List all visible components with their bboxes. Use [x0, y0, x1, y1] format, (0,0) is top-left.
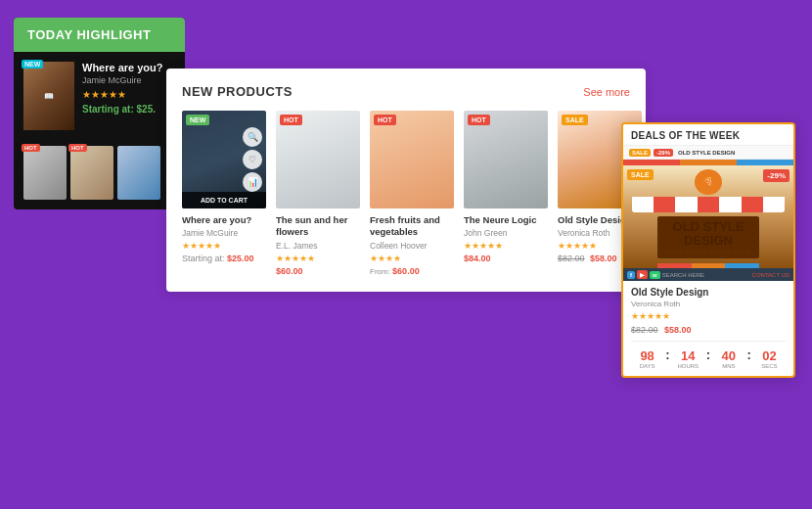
new-badge: NEW	[22, 60, 43, 69]
deals-main-title: OLD STYLEDESIGN	[665, 220, 750, 249]
awning-stripe-1	[632, 197, 654, 212]
countdown-days-label: DAYS	[631, 363, 663, 369]
awning-stripe-4	[698, 197, 719, 212]
product-cover-3	[370, 111, 454, 208]
highlight-thumbnails: HOT HOT ›	[14, 140, 185, 209]
awning-stripe-3	[675, 197, 697, 212]
countdown-sep-3: :	[746, 347, 750, 370]
price-from-label-3: From:	[370, 267, 392, 276]
countdown-sep-1: :	[665, 347, 669, 370]
product-price-2: $60.00	[276, 266, 360, 276]
countdown-mins-label: MNS	[712, 363, 744, 369]
countdown-mins-num: 40	[712, 348, 744, 363]
deals-product-price: $82.00 $58.00	[631, 325, 786, 335]
new-products-list: NEW 🔍 ♡ 📊 ADD TO CART Where are you? Jam…	[182, 111, 630, 276]
price-original-5: $82.00	[558, 254, 585, 263]
countdown-timer: 98 DAYS : 14 HOURS : 40 MNS : 02 SECS	[631, 341, 786, 370]
product-cover-2	[276, 111, 360, 208]
inner-stripe-bar	[657, 263, 759, 268]
countdown-secs-num: 02	[753, 348, 786, 363]
deals-logo: 🍕	[695, 169, 722, 195]
thumbnail-2[interactable]: HOT	[70, 146, 113, 200]
countdown-secs-label: SECS	[753, 363, 786, 369]
highlight-main-image: 📖 NEW	[23, 62, 74, 130]
today-highlight-title: TODAY HIGHLIGHT	[27, 27, 151, 42]
countdown-mins: 40 MNS	[712, 348, 744, 369]
product-image-2: HOT	[276, 111, 360, 208]
product-image-4: HOT	[464, 111, 548, 208]
add-to-cart-btn-1[interactable]: ADD TO CART	[182, 192, 266, 208]
highlight-stars: ★★★★★	[82, 89, 175, 100]
social-search-text: SEARCH HERE	[662, 272, 750, 278]
highlight-book-title: Where are you?	[82, 62, 175, 73]
inner-stripe-1	[657, 263, 692, 268]
book-cover-art: 📖	[23, 62, 74, 130]
product-badge-hot-3: HOT	[374, 115, 396, 125]
inner-stripe-3	[725, 263, 759, 268]
new-products-panel: NEW PRODUCTS See more NEW 🔍 ♡ 📊 ADD TO C…	[166, 69, 646, 292]
product-stars-2: ★★★★★	[276, 254, 360, 263]
highlight-main-info: Where are you? Jamie McGuire ★★★★★ Start…	[82, 62, 175, 115]
price-label-1: Starting at:	[182, 254, 227, 263]
today-highlight-panel: TODAY HIGHLIGHT 📖 NEW Where are you? Jam…	[14, 18, 185, 209]
countdown-sep-2: :	[706, 347, 710, 370]
price-value-5: $58.00	[590, 254, 617, 263]
deals-panel: DEALS OF THE WEEK SALE -29% OLD STYLE DE…	[621, 122, 795, 378]
deals-product-info: Old Style Design Veronica Roth ★★★★★ $82…	[623, 281, 793, 376]
see-more-link[interactable]: See more	[583, 86, 630, 98]
deals-header: DEALS OF THE WEEK	[623, 124, 793, 146]
product-price-1: Starting at: $25.00	[182, 254, 266, 263]
product-badge-sale-5: SALE	[562, 115, 588, 125]
highlight-price: Starting at: $25.	[82, 104, 175, 115]
deals-price-current: $58.00	[664, 325, 692, 335]
social-wa-icon[interactable]: w	[650, 271, 660, 279]
new-products-title: NEW PRODUCTS	[182, 84, 293, 99]
product-stars-3: ★★★★	[370, 254, 454, 263]
product-overlay-icons-1: 🔍 ♡ 📊	[243, 127, 262, 192]
wishlist-icon-btn-1[interactable]: ♡	[243, 150, 262, 169]
social-fb-icon[interactable]: f	[627, 271, 635, 279]
awning	[632, 197, 786, 212]
deals-product-stars: ★★★★★	[631, 311, 786, 321]
thumbnail-1[interactable]: HOT	[23, 146, 67, 200]
product-item-1: NEW 🔍 ♡ 📊 ADD TO CART Where are you? Jam…	[182, 111, 266, 276]
deals-product-title: Old Style Design	[631, 287, 786, 298]
highlight-book-author: Jamie McGuire	[82, 75, 175, 85]
product-badge-new-1: NEW	[186, 115, 209, 125]
new-products-header: NEW PRODUCTS See more	[182, 84, 630, 99]
product-price-3: From: $60.00	[370, 266, 454, 276]
product-item-2: HOT The sun and her flowers E.L. James ★…	[276, 111, 360, 276]
mini-discount-badge: -29%	[654, 149, 673, 157]
product-stars-1: ★★★★★	[182, 241, 266, 251]
product-title-4: The Neure Logic	[464, 214, 548, 226]
deals-product-author: Veronica Roth	[631, 300, 786, 308]
social-yt-icon[interactable]: ▶	[637, 270, 648, 279]
deals-title: DEALS OF THE WEEK	[631, 130, 786, 141]
product-title-1: Where are you?	[182, 214, 266, 226]
product-item-4: HOT The Neure Logic John Green ★★★★★ $84…	[464, 111, 548, 276]
awning-stripe-2	[654, 197, 675, 212]
countdown-secs: 02 SECS	[753, 348, 786, 369]
product-author-4: John Green	[464, 228, 548, 238]
product-item-3: HOT Fresh fruits and vegetables Colleen …	[370, 111, 454, 276]
product-stars-4: ★★★★★	[464, 241, 548, 251]
countdown-days: 98 DAYS	[631, 348, 663, 369]
product-author-2: E.L. James	[276, 241, 360, 251]
highlight-price-value: $25.	[137, 104, 156, 115]
deals-sale-badge: SALE	[627, 169, 654, 180]
awning-stripe-7	[763, 197, 785, 212]
product-image-1: NEW 🔍 ♡ 📊 ADD TO CART	[182, 111, 266, 208]
search-icon-btn-1[interactable]: 🔍	[243, 127, 262, 147]
countdown-days-num: 98	[631, 348, 663, 363]
price-value-2: $60.00	[276, 266, 303, 276]
product-title-3: Fresh fruits and vegetables	[370, 214, 454, 239]
deals-discount-pct: -29%	[763, 169, 789, 182]
product-author-1: Jamie McGuire	[182, 228, 266, 238]
product-badge-hot-2: HOT	[280, 115, 302, 125]
deals-main-text-box: OLD STYLEDESIGN SPACE FOR YOUR PIES	[657, 216, 758, 258]
price-value-3: $60.00	[392, 266, 420, 276]
thumbnail-3[interactable]	[117, 146, 160, 200]
mini-product-name: OLD STYLE DESIGN	[678, 150, 735, 156]
product-title-2: The sun and her flowers	[276, 214, 360, 239]
chart-icon-btn-1[interactable]: 📊	[243, 172, 262, 192]
